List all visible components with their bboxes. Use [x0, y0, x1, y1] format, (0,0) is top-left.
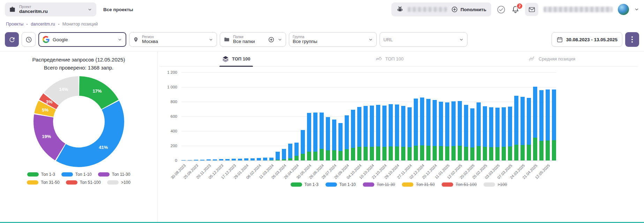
tab-label: ТОП 100 — [232, 56, 250, 62]
history-button[interactable] — [22, 32, 36, 47]
folders-label: Папки — [233, 35, 255, 39]
bar-segment-top1-3 — [470, 148, 474, 160]
donut-segment-label: 5% — [42, 107, 48, 113]
bar-segment-top1-3 — [382, 147, 387, 160]
bar-segment-top1-3 — [514, 145, 518, 160]
legend-swatch — [325, 182, 337, 187]
date-range-value: 30.08.2023 - 13.05.2025 — [566, 37, 617, 42]
breadcrumb-project-name[interactable]: danceritm.ru — [31, 22, 55, 27]
legend-item[interactable]: Топ 31-50 — [402, 182, 435, 187]
refresh-button[interactable] — [5, 32, 19, 47]
tasks-status-button[interactable] — [496, 5, 506, 14]
bar-segment-top1-10 — [464, 105, 468, 147]
bar-segment-top1-3 — [357, 147, 361, 160]
bar-segment-top1-3 — [546, 141, 550, 160]
donut-chart-subtitle: Всего проверено: 1368 запр. — [0, 64, 157, 72]
bar-segment-top1-10 — [294, 143, 299, 156]
tab-top100-stacked[interactable]: ТОП 100 — [219, 51, 253, 66]
bar-segment-top1-10 — [351, 110, 355, 148]
folders-value: Все папки — [233, 39, 255, 44]
bar-segment-top1-3 — [502, 147, 506, 160]
chevron-down-icon — [209, 37, 213, 42]
legend-label: Топ 31-50 — [416, 182, 435, 187]
search-engine-value: Google — [53, 37, 68, 42]
clock-icon — [25, 36, 32, 43]
notification-badge: 2 — [516, 3, 523, 9]
url-select[interactable]: URL — [380, 32, 467, 47]
tab-top100-lines[interactable]: ТОП 100 — [373, 51, 406, 66]
bar-segment-top1-10 — [345, 115, 349, 149]
bar-segment-top1-3 — [464, 147, 468, 160]
legend-item[interactable]: Топ 31-50 — [27, 180, 60, 185]
bar-segment-top1-10 — [257, 158, 261, 160]
breadcrumb-separator — [27, 24, 28, 25]
legend-item[interactable]: Топ 1-3 — [291, 182, 319, 187]
legend-item[interactable]: Топ 51-100 — [442, 182, 477, 187]
briefcase-icon — [9, 6, 16, 13]
gridline — [181, 72, 556, 73]
legend-item[interactable]: Топ 11-30 — [363, 182, 395, 187]
more-options-button[interactable] — [625, 32, 639, 47]
user-menu-chevron-icon[interactable] — [634, 7, 639, 12]
bar-chart-legend: Топ 1-3Топ 1-10Топ 11-30Топ 31-50Топ 51-… — [160, 182, 638, 187]
project-selector[interactable]: Проект danceritm.ru — [5, 2, 96, 16]
legend-label: Топ 1-3 — [41, 172, 55, 177]
bar-segment-top1-3 — [407, 147, 412, 160]
line-chart-icon — [375, 56, 382, 63]
blurred-username — [544, 7, 613, 12]
legend-item[interactable]: Топ 11-30 — [98, 172, 130, 177]
kebab-icon — [631, 36, 633, 43]
donut-segment[interactable] — [56, 101, 124, 167]
legend-item[interactable]: Топ 1-3 — [27, 172, 55, 177]
gridline — [181, 146, 556, 146]
gridline — [181, 131, 556, 131]
folders-select[interactable]: Папки Все папки — [220, 32, 286, 47]
legend-item[interactable]: Топ 51-100 — [66, 180, 101, 185]
refresh-icon — [8, 36, 16, 43]
filters-toolbar: Google Регион Москва Папки Все папки Гру… — [0, 29, 644, 51]
top-header: Проект danceritm.ru Все проекты Пополнит… — [0, 0, 644, 19]
bar-segment-top1-10 — [364, 106, 368, 147]
topup-button[interactable]: Пополнить — [451, 6, 486, 13]
tab-average-position[interactable]: Средняя позиция — [526, 51, 578, 66]
url-placeholder: URL — [383, 37, 393, 42]
avatar[interactable] — [618, 4, 629, 15]
bar-segment-top1-3 — [301, 154, 305, 160]
group-label: Группа — [293, 35, 317, 39]
gridline — [181, 102, 556, 102]
legend-item[interactable]: >100 — [484, 182, 507, 187]
breadcrumb-projects[interactable]: Проекты — [6, 22, 23, 27]
breadcrumb: Проекты danceritm.ru Монитор позиций — [0, 19, 644, 29]
bar-segment-top1-3 — [294, 156, 299, 160]
messages-button[interactable] — [525, 3, 538, 16]
legend-label: Топ 51-100 — [456, 182, 477, 187]
chart-tabs: ТОП 100 ТОП 100 Средняя позиция — [160, 51, 638, 67]
page: Проект danceritm.ru Все проекты Пополнит… — [0, 0, 644, 223]
bar-segment-top1-3 — [376, 146, 380, 160]
date-range-picker[interactable]: 30.08.2023 - 13.05.2025 — [552, 32, 622, 47]
legend-item[interactable]: >100 — [107, 180, 130, 185]
all-projects-link[interactable]: Все проекты — [103, 7, 133, 12]
bar-segment-top1-10 — [414, 99, 418, 146]
group-select[interactable]: Группа Все группы — [289, 32, 377, 47]
group-value: Все группы — [293, 39, 317, 44]
legend-item[interactable]: Топ 1-10 — [325, 182, 356, 187]
search-engine-select[interactable]: Google — [38, 32, 126, 47]
notifications-button[interactable]: 2 — [511, 5, 520, 14]
bar-segment-top1-3 — [489, 147, 493, 160]
blurred-balance — [408, 7, 447, 12]
bar-segment-top1-3 — [477, 146, 481, 160]
folder-icon — [224, 36, 230, 43]
balance-pill[interactable]: Пополнить — [391, 2, 491, 16]
bar-segment-top1-10 — [477, 102, 481, 146]
bar-segment-top1-3 — [370, 147, 374, 160]
bar-segment-top1-10 — [508, 107, 512, 146]
bar-segment-top1-3 — [401, 147, 405, 160]
add-folder-icon[interactable] — [268, 36, 275, 43]
legend-item[interactable]: Топ 1-10 — [61, 172, 92, 177]
bar-segment-top1-3 — [552, 140, 556, 160]
bar-segment-top1-10 — [370, 106, 374, 147]
bar-chart-plot: 02004006008001 0001 200 — [181, 72, 556, 160]
chevron-down-icon — [88, 7, 92, 12]
region-select[interactable]: Регион Москва — [129, 32, 217, 47]
